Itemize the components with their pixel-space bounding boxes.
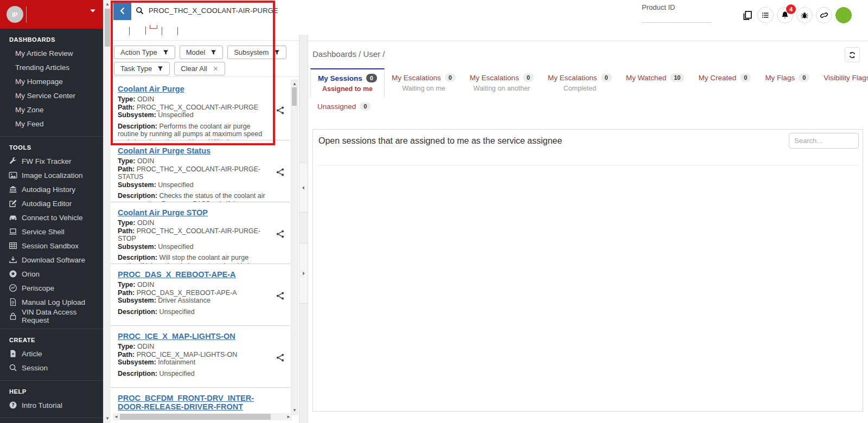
bell-icon[interactable]: 4 — [777, 7, 793, 23]
dashboard-tabs: My Sessions 0 Assigned to me My Escalati… — [310, 68, 868, 97]
dashboard-tab[interactable]: My Escalations 0 Waiting on another — [463, 68, 541, 97]
product-id-input[interactable] — [642, 12, 711, 23]
sidebar-item[interactable]: Connect to Vehicle — [0, 210, 103, 225]
sidebar-item[interactable]: My Zone — [0, 102, 103, 117]
dashboard-tab[interactable]: My Created 0 — [691, 68, 758, 97]
sidebar-item[interactable]: FW Fix Tracker — [0, 154, 103, 168]
sidebar-item[interactable]: ? Intro Tutorial — [0, 398, 103, 412]
scrollbar-thumb[interactable] — [292, 87, 297, 106]
periscope-icon — [9, 284, 17, 292]
search-tab[interactable] — [167, 25, 173, 29]
dashboard-tabs-row2: Unassigned 0 — [310, 100, 378, 113]
result-title-link[interactable]: Coolant Air Purge STOP — [118, 208, 270, 217]
status-icon[interactable] — [835, 7, 852, 23]
results-scrollbar-horizontal[interactable]: ◄ ► — [113, 413, 292, 420]
scroll-right-icon[interactable]: ► — [286, 413, 291, 420]
expand-panel-button[interactable]: › — [299, 243, 308, 304]
sidebar-item[interactable]: Article — [0, 347, 103, 361]
link-icon[interactable] — [816, 7, 832, 23]
search-icon — [136, 7, 144, 15]
tab-subtitle: Waiting on me — [402, 85, 445, 92]
result-title-link[interactable]: Coolant Air Purge Status — [118, 146, 270, 155]
sidebar-section-title: HELP — [0, 381, 103, 398]
scroll-up-icon[interactable]: ▲ — [291, 80, 298, 88]
scrollbar-thumb[interactable] — [120, 414, 271, 420]
result-title-link[interactable]: PROC_BCFDM_FRONT-DRV_INTER-DOOR-RELEASE-… — [118, 394, 270, 411]
tab-count-badge: 10 — [670, 73, 684, 82]
copy-icon[interactable] — [740, 7, 754, 23]
back-button[interactable] — [113, 2, 131, 20]
sidebar-item[interactable]: Session Sandbox — [0, 239, 103, 253]
sidebar-item[interactable]: Periscope — [0, 281, 103, 295]
profile-header[interactable]: IP — [0, 0, 103, 29]
dashboard-tab[interactable]: My Escalations 0 Completed — [541, 68, 619, 97]
sidebar-item[interactable]: Trending Articles — [0, 60, 103, 74]
table-search-input[interactable] — [789, 133, 859, 149]
results-scrollbar-vertical[interactable]: ▲ ▼ — [291, 80, 298, 415]
collapse-panel-button[interactable]: ‹ — [299, 163, 308, 213]
list-icon[interactable] — [757, 7, 774, 23]
sidebar-section-title: DASHBOARDS — [0, 29, 103, 46]
sidebar-item[interactable]: My Article Review — [0, 46, 103, 60]
sidebar-item[interactable]: VIN Data Access Request — [0, 309, 103, 323]
dashboard-tab[interactable]: Visibility Flags 38 — [816, 68, 868, 97]
sidebar-item-label: My Article Review — [15, 49, 73, 57]
sidebar-item[interactable]: Manual Log Upload — [0, 295, 103, 309]
sidebar-item[interactable]: Orion — [0, 267, 103, 281]
tab-count-badge: 0 — [601, 73, 612, 82]
result-title-link[interactable]: Coolant Air Purge — [118, 85, 270, 93]
dashboard-tab[interactable]: My Escalations 0 Waiting on me — [385, 68, 463, 97]
breadcrumb[interactable]: Dashboards / User / — [312, 49, 385, 59]
result-subsystem: Subsystem: Unspecified — [118, 181, 270, 189]
result-title-link[interactable]: PROC_DAS_X_REBOOT-APE-A — [118, 270, 270, 279]
scroll-down-icon[interactable]: ▼ — [291, 407, 298, 414]
sidebar-scrollbar[interactable]: ▲ ▼ — [103, 0, 111, 423]
search-result-card: Coolant Air Purge Type: ODIN Path: PROC_… — [111, 79, 290, 140]
bug-icon[interactable] — [796, 7, 813, 23]
search-tab[interactable] — [134, 25, 141, 29]
search-field[interactable] — [136, 6, 293, 15]
share-icon[interactable] — [276, 168, 285, 177]
sidebar-item-label: My Zone — [15, 106, 44, 114]
search-tab[interactable] — [150, 25, 157, 29]
filter-button[interactable]: Action Type — [114, 46, 175, 59]
result-type: Type: ODIN — [118, 95, 270, 104]
dashboard-tab[interactable]: My Flags 0 — [758, 68, 816, 97]
sidebar-item[interactable]: Session — [0, 361, 103, 375]
share-icon[interactable] — [276, 353, 285, 362]
funnel-icon — [210, 49, 216, 55]
search-tab[interactable] — [182, 25, 189, 29]
x-icon — [213, 66, 219, 72]
scroll-up-icon[interactable]: ▲ — [104, 1, 111, 8]
scrollbar-thumb[interactable] — [105, 9, 110, 47]
filter-button[interactable]: Subsystem — [227, 46, 286, 59]
sidebar-item[interactable]: Download Software — [0, 253, 103, 267]
search-tab[interactable] — [118, 25, 125, 29]
search-input[interactable] — [148, 6, 289, 15]
sidebar-item[interactable]: Autodiag Editor — [0, 196, 103, 210]
dashboard-tab[interactable]: My Sessions 0 Assigned to me — [310, 68, 385, 97]
sidebar-item[interactable]: Autodiag History — [0, 182, 103, 196]
refresh-button[interactable] — [845, 47, 860, 62]
sidebar-item[interactable]: Service Shell — [0, 225, 103, 239]
filter-button[interactable]: Task Type — [114, 62, 170, 75]
sidebar-item[interactable]: My Feed — [0, 117, 103, 131]
share-icon[interactable] — [276, 229, 285, 239]
filter-button[interactable]: Model — [180, 46, 223, 59]
result-title-link[interactable]: PROC_ICE_X_MAP-LIGHTS-ON — [118, 332, 270, 341]
tab-label: My Sessions — [318, 74, 362, 82]
sidebar-item[interactable]: My Homepage — [0, 74, 103, 88]
search-result-card: PROC_DAS_X_REBOOT-APE-A Type: ODIN Path:… — [111, 264, 290, 326]
scroll-down-icon[interactable]: ▼ — [104, 415, 111, 422]
sidebar-item[interactable]: Image Localization — [0, 168, 103, 182]
share-icon[interactable] — [276, 106, 285, 115]
dashboard-tab[interactable]: My Watched 10 — [619, 68, 692, 97]
share-icon[interactable] — [276, 291, 285, 300]
chevron-down-icon[interactable] — [89, 7, 97, 15]
avatar[interactable]: IP — [7, 6, 23, 23]
dashboard-tab[interactable]: Unassigned 0 — [310, 100, 378, 113]
sidebar-item[interactable]: My Service Center — [0, 88, 103, 102]
sidebar-item-label: Service Shell — [22, 228, 65, 236]
filter-button[interactable]: Clear All — [174, 62, 225, 75]
scroll-left-icon[interactable]: ◄ — [114, 413, 118, 420]
